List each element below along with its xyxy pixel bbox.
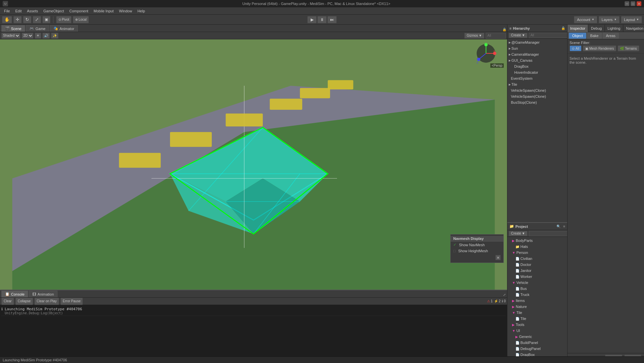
- menu-component[interactable]: Component: [66, 8, 91, 14]
- hierarchy-lock-icon[interactable]: 🔒: [561, 26, 565, 30]
- close-button[interactable]: ✕: [637, 1, 641, 6]
- tool-rect[interactable]: ▣: [42, 16, 50, 23]
- hierarchy-item-gamemanager[interactable]: ▶ @GameManager: [507, 39, 567, 45]
- console-clear-button[interactable]: Clear: [1, 298, 14, 305]
- separator-1: [53, 16, 53, 23]
- tool-rotate[interactable]: ↻: [23, 16, 31, 23]
- console-collapse-button[interactable]: Collapse: [15, 298, 33, 305]
- pivot-button[interactable]: ⊙ Pivot: [56, 16, 71, 23]
- proj-vehicle[interactable]: ▼ Vehicle: [507, 280, 567, 286]
- local-button[interactable]: ⊕ Local: [73, 16, 89, 23]
- arrow-icon: ▶: [509, 59, 511, 62]
- tab-console[interactable]: 📋 Console: [1, 291, 28, 297]
- console-error-pause-button[interactable]: Error Pause: [60, 298, 83, 305]
- tab-animator[interactable]: 🎭 Animator: [50, 25, 78, 32]
- tab-inspector[interactable]: Inspector: [568, 25, 588, 32]
- minimize-button[interactable]: ─: [625, 1, 629, 6]
- folder-icon: 📄: [515, 269, 519, 273]
- filter-mesh-button[interactable]: ▣ Mesh Renderers: [583, 45, 616, 51]
- tool-move[interactable]: ✛: [13, 16, 22, 23]
- gizmos-button[interactable]: Gizmos ▼: [464, 33, 484, 39]
- hierarchy-item-cameramanager[interactable]: ▶ CameraManager: [507, 51, 567, 57]
- hierarchy-item-hoverindicator[interactable]: HoverIndicator: [507, 69, 567, 75]
- hierarchy-inspector-panels: ≡ Hierarchy 🔒 Create ▼ ▶ @GameManager ▶: [507, 25, 567, 363]
- console-clear-on-play-button[interactable]: Clear on Play: [34, 298, 59, 305]
- console-row-1[interactable]: ℹ Launching MediSim Prototype #404706 Un…: [1, 306, 506, 316]
- play-button[interactable]: ▶: [307, 16, 317, 23]
- proj-debugpanel[interactable]: 📄 DebugPanel: [507, 346, 567, 352]
- proj-tools[interactable]: ▶ Tools: [507, 322, 567, 328]
- scene-search-input[interactable]: [486, 33, 506, 39]
- hierarchy-item-guicanvas[interactable]: ▶ GUI_Canvas: [507, 57, 567, 63]
- tool-hand[interactable]: ✋: [2, 16, 12, 23]
- proj-nature[interactable]: ▶ Nature: [507, 304, 567, 310]
- shading-dropdown[interactable]: Shaded: [1, 33, 20, 39]
- maximize-button[interactable]: □: [631, 1, 635, 6]
- project-create-button[interactable]: Create ▼: [509, 231, 527, 236]
- proj-bodyparts[interactable]: ▶ BodyParts: [507, 238, 567, 244]
- proj-doctor[interactable]: 📄 Doctor: [507, 262, 567, 268]
- proj-tile[interactable]: ▼ Tile: [507, 310, 567, 316]
- proj-items[interactable]: ▶ Items: [507, 298, 567, 304]
- hierarchy-item-dragbox[interactable]: DragBox: [507, 63, 567, 69]
- proj-person[interactable]: ▼ Person: [507, 250, 567, 256]
- subtab-areas[interactable]: Areas: [603, 33, 619, 39]
- navmesh-height-row: □ Show HeightMesh: [451, 248, 503, 254]
- console-expand-icon[interactable]: ⤢: [503, 293, 506, 297]
- menu-assets[interactable]: Assets: [24, 8, 41, 14]
- tab-lighting[interactable]: Lighting: [605, 25, 624, 32]
- tab-scene[interactable]: 🎬 Scene: [1, 25, 25, 32]
- subtab-bake[interactable]: Bake: [587, 33, 602, 39]
- step-button[interactable]: ⏭: [327, 16, 337, 23]
- hierarchy-item-vehiclespawn1[interactable]: VehicleSpawn(Clone): [507, 87, 567, 93]
- svg-text:Y: Y: [485, 43, 487, 45]
- proj-generic[interactable]: ▶ Generic: [507, 334, 567, 340]
- scene-fx-toggle[interactable]: ✨: [51, 33, 58, 39]
- hierarchy-item-sun[interactable]: ▶ Sun: [507, 45, 567, 51]
- menu-help[interactable]: Help: [135, 8, 148, 14]
- proj-bus[interactable]: 📄 Bus: [507, 286, 567, 292]
- menu-file[interactable]: File: [1, 8, 13, 14]
- scene-audio-toggle[interactable]: 🔊: [42, 33, 50, 39]
- folder-icon: 📄: [515, 353, 519, 357]
- layers-dropdown[interactable]: Layers ▼: [599, 16, 620, 23]
- project-search-icon[interactable]: 🔍: [556, 225, 560, 228]
- filter-all-button[interactable]: ⊙ All: [570, 45, 582, 51]
- layout-dropdown[interactable]: Layout ▼: [621, 16, 642, 23]
- hierarchy-create-button[interactable]: Create ▼: [509, 33, 527, 38]
- proj-ui[interactable]: ▼ UI: [507, 328, 567, 334]
- menu-mobile-input[interactable]: Mobile Input: [91, 8, 116, 14]
- menu-edit[interactable]: Edit: [13, 8, 24, 14]
- pause-button[interactable]: ⏸: [317, 16, 327, 23]
- tab-debug[interactable]: Debug: [588, 25, 605, 32]
- panel-lock-icon[interactable]: 🔒: [502, 28, 506, 31]
- account-dropdown[interactable]: Account ▼: [574, 16, 597, 23]
- scene-viewport[interactable]: X Y Z <Persp Navmesh Display: [0, 39, 507, 290]
- hierarchy-item-vehiclespawn2[interactable]: VehicleSpawn(Clone): [507, 93, 567, 99]
- proj-civilian[interactable]: 📄 Civilian: [507, 256, 567, 262]
- proj-hats[interactable]: 📁 Hats: [507, 244, 567, 250]
- subtab-object[interactable]: Object: [569, 33, 586, 39]
- proj-buildpanel[interactable]: 📄 BuildPanel: [507, 340, 567, 346]
- scene-lighting-toggle[interactable]: ☀: [35, 33, 41, 39]
- hierarchy-item-eventsystem[interactable]: EventSystem: [507, 75, 567, 81]
- hierarchy-item-tile[interactable]: ▶ Tile: [507, 81, 567, 87]
- navmesh-close-btn[interactable]: ✕: [495, 255, 501, 260]
- proj-truck[interactable]: 📄 Truck: [507, 292, 567, 298]
- folder-icon: ▶: [515, 335, 518, 339]
- tool-scale[interactable]: ⤢: [33, 16, 41, 23]
- dimension-dropdown[interactable]: 2D: [22, 33, 33, 39]
- tab-navigation[interactable]: Navigation: [623, 25, 644, 32]
- menu-window[interactable]: Window: [116, 8, 135, 14]
- filter-terrain-button[interactable]: 🌿 Terrains: [618, 45, 639, 51]
- svg-rect-17: [300, 88, 330, 98]
- scene-tabs: 🎬 Scene 🎮 Game 🎭 Animator 🔒: [0, 25, 507, 32]
- tab-animation[interactable]: 🎞 Animation: [29, 291, 57, 297]
- proj-tile-child[interactable]: 📄 Tile: [507, 316, 567, 322]
- tab-game[interactable]: 🎮 Game: [26, 25, 49, 32]
- project-menu-icon[interactable]: ≡: [563, 225, 565, 228]
- hierarchy-item-busstop[interactable]: BusStop(Clone): [507, 99, 567, 105]
- proj-janitor[interactable]: 📄 Janitor: [507, 268, 567, 274]
- proj-worker[interactable]: 📄 Worker: [507, 274, 567, 280]
- menu-gameobject[interactable]: GameObject: [41, 8, 67, 14]
